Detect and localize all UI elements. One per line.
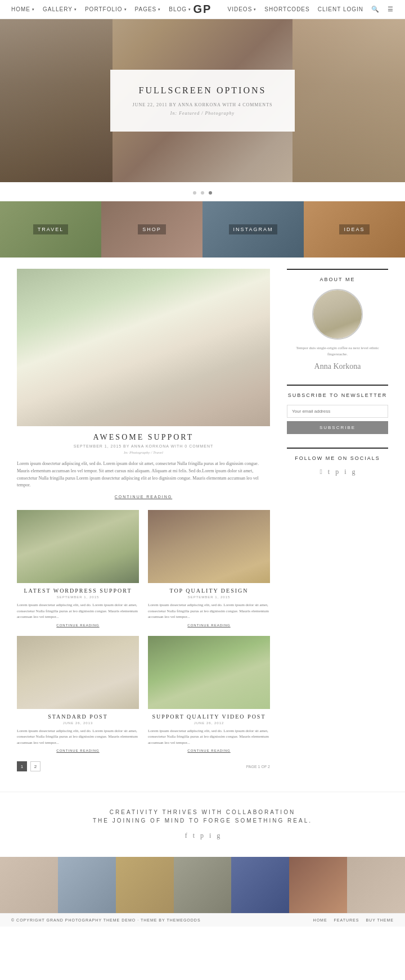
facebook-icon[interactable]: 	[320, 468, 322, 476]
featured-post-title: AWESOME SUPPORT	[17, 433, 270, 442]
bottom-nav-links: HOME FEATURES BUY THEME	[313, 918, 394, 922]
post-1-excerpt: Lorem ipsum dosectetur adipiscing elit, …	[17, 602, 139, 620]
nav-shortcodes[interactable]: SHORTCODES	[264, 6, 309, 12]
hero-section: FULLSCREEN OPTIONS JUNE 22, 2011 BY ANNA…	[0, 19, 405, 182]
newsletter-title: SUBSCRIBE TO NEWSLETTER	[287, 392, 388, 398]
post-4-continue[interactable]: CONTINUE READING	[148, 749, 270, 752]
about-me-section: ABOUT ME Tempor duis single-origin coffe…	[287, 269, 388, 371]
dot-1[interactable]	[193, 191, 196, 195]
bottom-home-link[interactable]: HOME	[313, 918, 327, 922]
navigation: HOME ▾ GALLERY ▾ PORTFOLIO ▾ PAGES ▾ BLO…	[0, 0, 405, 19]
main-layout: AWESOME SUPPORT SEPTEMBER 1, 2015 BY ANN…	[0, 258, 405, 792]
quote-line-2: THE JOINING OF MIND TO FORGE SOMETHING R…	[11, 818, 394, 824]
post-standard: STANDARD POST JUNE 26, 2013 Lorem ipsum …	[17, 636, 139, 753]
nav-client-login[interactable]: CLIENT LOGIN	[318, 6, 363, 12]
newsletter-section: SUBSCRIBE TO NEWSLETTER SUBSCRIBE	[287, 385, 388, 434]
search-icon[interactable]: 🔍	[371, 6, 380, 13]
nav-gallery-arrow: ▾	[74, 7, 77, 12]
avatar	[312, 289, 363, 340]
sidebar-signature: Anna Korkona	[287, 362, 388, 371]
nav-gallery[interactable]: GALLERY ▾	[43, 6, 77, 12]
featured-post-image[interactable]	[17, 269, 270, 426]
nav-blog-arrow: ▾	[188, 7, 191, 12]
tile-instagram[interactable]: INSTAGRAM	[202, 201, 304, 258]
nav-home[interactable]: HOME ▾	[11, 6, 35, 12]
post-2-title: TOP QUALITY DESIGN	[148, 588, 270, 594]
post-top-quality: TOP QUALITY DESIGN SEPTEMBER 1, 2015 Lor…	[148, 510, 270, 627]
post-row-1: LATEST WORDPRESS SUPPORT SEPTEMBER 1, 20…	[17, 510, 270, 627]
tile-shop[interactable]: SHOP	[101, 201, 202, 258]
about-me-title: ABOUT ME	[287, 277, 388, 282]
footer-twitter-icon[interactable]: t	[193, 832, 195, 840]
nav-videos[interactable]: VIDEOS ▾	[228, 6, 257, 12]
sidebar-bio: Tempor duis single-origin coffee ea next…	[287, 345, 388, 358]
post-2-excerpt: Lorem ipsum dosectetur adipiscing elit, …	[148, 602, 270, 620]
post-4-meta: JUNE 26, 2012	[148, 721, 270, 725]
post-3-meta: JUNE 26, 2013	[17, 721, 139, 725]
bottom-buy-link[interactable]: BUY THEME	[366, 918, 394, 922]
hero-title: FULLSCREEN OPTIONS	[133, 85, 273, 96]
site-logo[interactable]: GP	[194, 3, 212, 16]
post-4-excerpt: Lorem ipsum dosectetur adipiscing elit, …	[148, 728, 270, 746]
post-3-continue[interactable]: CONTINUE READING	[17, 749, 139, 752]
post-3-excerpt: Lorem ipsum dosectetur adipiscing elit, …	[17, 728, 139, 746]
hero-dots	[0, 182, 405, 201]
social-icons:  t p i g	[287, 468, 388, 476]
post-3-image[interactable]	[17, 636, 139, 709]
nav-left: HOME ▾ GALLERY ▾ PORTFOLIO ▾ PAGES ▾ BLO…	[11, 6, 191, 12]
footer-gallery-7[interactable]	[347, 857, 405, 913]
post-1-meta: SEPTEMBER 1, 2015	[17, 595, 139, 599]
footer-pinterest-icon[interactable]: p	[200, 832, 204, 840]
post-latest-wordpress: LATEST WORDPRESS SUPPORT SEPTEMBER 1, 20…	[17, 510, 139, 627]
hero-meta: JUNE 22, 2011 BY ANNA KORKONA WITH 4 COM…	[133, 102, 273, 107]
newsletter-input[interactable]	[287, 405, 388, 418]
hero-left-buildings	[0, 19, 112, 182]
nav-portfolio[interactable]: PORTFOLIO ▾	[85, 6, 127, 12]
footer-gallery-5[interactable]	[231, 857, 289, 913]
menu-icon[interactable]: ☰	[388, 6, 394, 13]
footer-google-icon[interactable]: g	[217, 832, 220, 840]
post-4-image[interactable]	[148, 636, 270, 709]
tile-travel[interactable]: TRAVEL	[0, 201, 101, 258]
twitter-icon[interactable]: t	[328, 468, 330, 476]
socials-title: FOLLOW ME ON SOCIALS	[287, 455, 388, 461]
featured-post: AWESOME SUPPORT SEPTEMBER 1, 2015 BY ANN…	[17, 269, 270, 499]
nav-videos-arrow: ▾	[254, 7, 256, 12]
nav-pages[interactable]: PAGES ▾	[135, 6, 161, 12]
post-1-continue[interactable]: CONTINUE READING	[17, 624, 139, 627]
nav-portfolio-arrow: ▾	[124, 7, 127, 12]
page-2[interactable]: 2	[30, 761, 40, 771]
post-2-image[interactable]	[148, 510, 270, 583]
tile-shop-label: SHOP	[138, 224, 166, 234]
footer-gallery-4[interactable]	[174, 857, 232, 913]
subscribe-button[interactable]: SUBSCRIBE	[287, 421, 388, 434]
google-icon[interactable]: g	[352, 468, 356, 476]
footer-social-icons: f t p i g	[11, 832, 394, 840]
footer-facebook-icon[interactable]: f	[185, 832, 187, 840]
footer-gallery-1[interactable]	[0, 857, 58, 913]
tile-ideas[interactable]: IDEAS	[304, 201, 405, 258]
dot-2[interactable]	[201, 191, 204, 195]
featured-post-meta: SEPTEMBER 1, 2015 BY ANNA KORKONA WITH 0…	[17, 444, 270, 448]
quote-line-1: CREATIVITY THRIVES WITH COLLABORATION	[11, 809, 394, 815]
post-1-image[interactable]	[17, 510, 139, 583]
footer-instagram-icon[interactable]: i	[209, 832, 211, 840]
copyright-text: © COPYRIGHT GRAND PHOTOGRAPHY THEME DEMO…	[11, 918, 201, 922]
post-3-title: STANDARD POST	[17, 713, 139, 720]
footer-gallery-2[interactable]	[58, 857, 116, 913]
featured-continue-reading[interactable]: CONTINUE READING	[17, 495, 270, 499]
footer-gallery-3[interactable]	[116, 857, 174, 913]
instagram-icon[interactable]: i	[344, 468, 346, 476]
main-content: AWESOME SUPPORT SEPTEMBER 1, 2015 BY ANN…	[17, 269, 270, 780]
bottom-features-link[interactable]: FEATURES	[334, 918, 359, 922]
socials-section: FOLLOW ME ON SOCIALS  t p i g	[287, 448, 388, 476]
nav-blog[interactable]: BLOG ▾	[169, 6, 191, 12]
pinterest-icon[interactable]: p	[335, 468, 339, 476]
post-2-continue[interactable]: CONTINUE READING	[148, 624, 270, 627]
hero-overlay: FULLSCREEN OPTIONS JUNE 22, 2011 BY ANNA…	[110, 70, 295, 132]
tile-ideas-label: IDEAS	[339, 224, 369, 234]
footer-gallery-6[interactable]	[289, 857, 347, 913]
dot-3[interactable]	[209, 191, 212, 195]
page-1[interactable]: 1	[17, 761, 27, 771]
post-2-meta: SEPTEMBER 1, 2015	[148, 595, 270, 599]
